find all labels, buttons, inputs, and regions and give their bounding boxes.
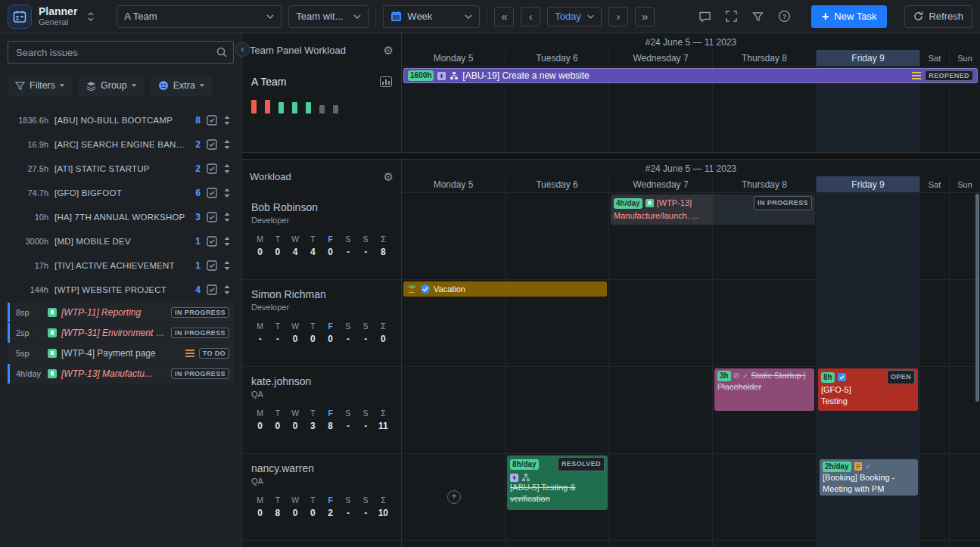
feedback-icon[interactable] (695, 7, 714, 26)
prev-period-fast-button[interactable]: « (494, 7, 514, 26)
sort-arrows-icon[interactable] (223, 139, 231, 150)
checkbox-icon[interactable] (207, 284, 217, 295)
day-cell[interactable] (920, 454, 950, 540)
checkbox-icon[interactable] (207, 188, 217, 198)
today-button[interactable]: Today (547, 7, 602, 26)
team-chart-icon[interactable] (380, 76, 392, 87)
task-card[interactable]: 8h/day RESOLVED [ABU-5] Testing & verifi… (507, 455, 608, 510)
day-cell-today[interactable] (817, 280, 920, 366)
sidebar-task-row[interactable]: 5sp [WTP-4] Payment page TO DO (8, 343, 234, 363)
view-mode-select[interactable]: Team wit... (288, 5, 369, 28)
project-row[interactable]: 16.9h [ARC] SEARCH ENGINE BAND... 2 (8, 132, 234, 157)
member-name[interactable]: kate.johnson (251, 375, 392, 387)
task-card[interactable]: 2h/day ✓ [Booking] Booking - Meeting wit… (820, 459, 918, 496)
day-header[interactable]: Tuesday 6 (506, 50, 609, 66)
day-cell[interactable] (609, 280, 713, 366)
day-header[interactable]: Sat (920, 176, 950, 192)
member-name[interactable]: nancy.warren (251, 462, 392, 474)
search-input[interactable] (8, 41, 234, 64)
gear-icon[interactable]: ⚙ (384, 45, 394, 56)
project-row[interactable]: 74.7h [GFO] BIGFOOT 6 (8, 181, 234, 205)
day-cell[interactable] (950, 454, 980, 540)
checkbox-icon[interactable] (207, 212, 217, 222)
task-card[interactable]: 4h/day [WTP-13] IN PROGRESS Manufacture/… (611, 194, 815, 225)
sort-arrows-icon[interactable] (223, 236, 231, 247)
day-header[interactable]: Thursday 8 (713, 50, 817, 66)
filter-icon[interactable] (748, 7, 767, 26)
sort-arrows-icon[interactable] (223, 188, 231, 198)
member-name[interactable]: Bob Robinson (251, 201, 392, 213)
day-cell[interactable] (609, 541, 713, 547)
member-name[interactable]: Simon Richman (251, 288, 392, 300)
project-row[interactable]: 1836.6h [ABU] NO-BULL BOOTCAMP 8 (8, 108, 234, 132)
add-task-button[interactable]: + (447, 490, 461, 504)
day-header[interactable]: Wednesday 7 (609, 50, 713, 66)
extra-button[interactable]: Extra (151, 75, 212, 96)
day-header[interactable]: Sun (950, 50, 980, 66)
project-row[interactable]: 27.5h [ATI] STATIC STARTUP 2 (8, 157, 234, 181)
sort-arrows-icon[interactable] (223, 115, 231, 126)
day-cell[interactable] (713, 541, 817, 547)
day-cell[interactable] (950, 541, 980, 547)
app-logo[interactable] (8, 5, 32, 29)
day-header[interactable]: Tuesday 6 (506, 176, 609, 192)
search-icon[interactable] (216, 46, 228, 58)
task-card[interactable]: 3h ⊘ ✓ Static Startup | Placeholder (714, 368, 814, 411)
day-cell[interactable] (506, 367, 609, 453)
task-card[interactable]: 8h OPEN [GFO-5] Testing (818, 368, 918, 411)
day-header[interactable]: Monday 5 (402, 50, 506, 66)
next-period-fast-button[interactable]: » (635, 7, 655, 26)
sidebar-collapse-button[interactable]: ‹ (235, 42, 250, 57)
timeline-task-bar[interactable]: 1600h [ABU-19] Create a new website REOP… (403, 68, 978, 83)
checkbox-icon[interactable] (207, 236, 217, 247)
day-cell[interactable] (506, 193, 609, 279)
checkbox-icon[interactable] (207, 163, 217, 174)
workspace-switcher-icon[interactable] (86, 10, 96, 23)
day-header[interactable]: Thursday 8 (713, 176, 817, 192)
day-cell[interactable] (402, 367, 506, 453)
day-cell[interactable] (713, 454, 817, 540)
day-header-today[interactable]: Friday 9 (817, 176, 920, 192)
period-select[interactable]: Week (383, 5, 480, 28)
team-name[interactable]: A Team (251, 76, 286, 88)
checkbox-icon[interactable] (207, 260, 217, 271)
help-icon[interactable]: ? (774, 7, 794, 26)
project-row[interactable]: 10h [HA] 7TH ANNUAL WORKSHOP 3 (8, 205, 234, 229)
project-row[interactable]: 144h [WTP] WEBSITE PROJECT 4 (8, 278, 234, 302)
day-cell-today[interactable] (817, 541, 920, 547)
fullscreen-icon[interactable] (721, 7, 741, 26)
day-header[interactable]: Monday 5 (402, 176, 506, 192)
project-row[interactable]: 3000h [MD] MOBILE DEV 1 (8, 229, 234, 253)
day-cell[interactable] (506, 541, 609, 547)
day-cell[interactable] (920, 541, 950, 547)
day-cell[interactable] (713, 280, 817, 366)
day-cell[interactable] (609, 367, 713, 453)
sidebar-task-row[interactable]: 4h/day [WTP-13] Manufactu... IN PROGRESS (8, 364, 234, 384)
day-header[interactable]: Sat (920, 50, 950, 66)
day-cell[interactable] (609, 454, 713, 540)
day-cell[interactable] (402, 193, 506, 279)
sort-arrows-icon[interactable] (223, 284, 231, 295)
day-cell[interactable] (920, 193, 950, 279)
project-row[interactable]: 17h [TIV] ACTIVE ACHIEVEMENT 1 (8, 253, 234, 278)
next-period-button[interactable]: › (608, 7, 628, 26)
group-button[interactable]: Group (79, 75, 144, 96)
checkbox-icon[interactable] (207, 115, 217, 126)
sidebar-task-row[interactable]: 8sp [WTP-11] Reporting IN PROGRESS (8, 303, 234, 322)
prev-period-button[interactable]: ‹ (521, 7, 540, 26)
sort-arrows-icon[interactable] (223, 163, 231, 174)
vacation-card[interactable]: Vacation (403, 281, 607, 297)
team-select[interactable]: A Team (117, 5, 282, 28)
day-header-today[interactable]: Friday 9 (817, 50, 920, 66)
day-cell[interactable] (402, 541, 506, 547)
day-cell-today[interactable] (817, 193, 920, 279)
day-header[interactable]: Wednesday 7 (609, 176, 713, 192)
filters-button[interactable]: Filters (8, 75, 72, 96)
day-header[interactable]: Sun (950, 176, 980, 192)
checkbox-icon[interactable] (207, 139, 217, 150)
sort-arrows-icon[interactable] (223, 260, 231, 271)
day-cell[interactable] (920, 367, 950, 453)
day-cell[interactable] (920, 280, 950, 366)
sort-arrows-icon[interactable] (223, 212, 231, 222)
new-task-button[interactable]: + New Task (811, 5, 887, 28)
